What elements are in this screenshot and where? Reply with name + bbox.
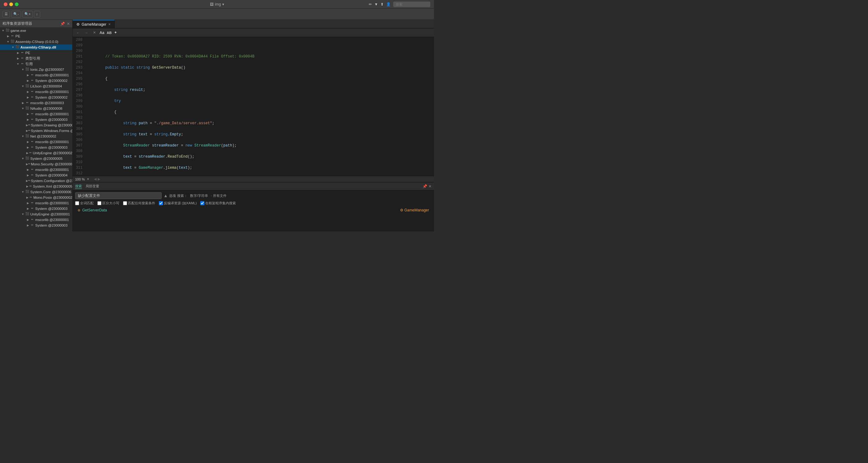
tab-close-button[interactable]: ✕ [108, 23, 111, 26]
checkbox-any-condition[interactable]: 匹配任何搜索条件 [123, 201, 155, 206]
sidebar-close-icon[interactable]: ✕ [67, 22, 70, 26]
bottom-panel-pin-icon[interactable]: 📌 [423, 184, 427, 189]
checkbox-full-word-input[interactable] [75, 201, 79, 205]
find-star-button[interactable]: ✦ [114, 31, 117, 35]
checkbox-any-condition-input[interactable] [123, 201, 127, 205]
result-file-name: ⚙ GameManager [400, 208, 429, 212]
tree-item-game-exe[interactable]: ▼ ⬛ game.exe [0, 28, 72, 33]
tree-item-unity2[interactable]: ▼ ⬛ UnityEngine @23000001 [0, 211, 72, 217]
tree-label: Mono.Security @23000003 [31, 162, 72, 166]
titlebar-search-input[interactable] [393, 2, 430, 7]
tree-item-type-refs[interactable]: ▶ ▪▪ 类型引用 [0, 56, 72, 61]
tree-item-naudio[interactable]: ▼ ⬛ NAudio @23000008 [0, 106, 72, 111]
tree-item-unity1[interactable]: ▶ ▪▪ UnityEngine @23000002 [0, 150, 72, 156]
tree-label: Net @23000002 [30, 134, 56, 138]
tree-item-dll[interactable]: ▼ ⬛ Assembly-CSharp.dll [0, 44, 72, 50]
find-aa-button[interactable]: Aa [99, 31, 104, 35]
checkbox-search-in-framework[interactable]: 在框架程序集内搜索 [200, 201, 236, 206]
type-refs-icon: ▪▪ [20, 56, 25, 61]
tree-label: 类型引用 [25, 56, 40, 61]
tree-item-mscore4[interactable]: ▶ ▪▪ mscorlib @23000001 [0, 111, 72, 117]
tab-gamemanager[interactable]: ⚙ GameManager ✕ [73, 20, 115, 28]
bottom-panel-close-icon[interactable]: ✕ [428, 184, 432, 189]
tree-item-monoposix[interactable]: ▶ ▪▪ Mono.Posix @23000002 [0, 195, 72, 200]
tree-item-mscore3[interactable]: ▶ ▪▪ mscorlib @23000003 [0, 100, 72, 106]
close-window-button[interactable] [4, 2, 7, 6]
export-button[interactable]: ↑ [34, 11, 40, 18]
checkbox-case-sensitive-input[interactable] [97, 201, 101, 205]
export-icon[interactable]: ⬆ [380, 2, 383, 6]
all-files-label: 所有文件 [213, 193, 226, 198]
tree-item-pe1[interactable]: ▶ ▪▪ PE [0, 33, 72, 39]
tree-item-sys4[interactable]: ▶ ▪▪ System @23000003 [0, 145, 72, 150]
find-prev-button[interactable]: ← [75, 31, 81, 35]
checkbox-case-sensitive[interactable]: 区分大小写 [97, 201, 119, 206]
tree-item-syswinforms[interactable]: ▶ ▪▪ System.Windows.Forms @23000002 [0, 128, 72, 133]
tree-item-sys8[interactable]: ▶ ▪▪ System @23000003 [0, 222, 72, 228]
zoom-in-button[interactable]: 🔍+ [22, 11, 33, 18]
sys5-icon: ⬛ [25, 156, 30, 161]
zoom-dropdown-button[interactable]: ▾ [86, 177, 90, 181]
code-editor[interactable]: 288 289 290 291 292 293 294 295 296 297 … [73, 37, 434, 182]
tree-item-net[interactable]: ▼ ⬛ Net @23000002 [0, 133, 72, 139]
tree-arrow: ▶ [26, 174, 30, 177]
checkbox-full-word[interactable]: 全词匹配 [75, 201, 94, 206]
tree-item-sys2[interactable]: ▶ ▪▪ System @23000002 [0, 95, 72, 100]
tree-arrow: ▶ [16, 51, 20, 54]
options-arrow-up[interactable]: ▲ [163, 193, 168, 198]
tree-item-sys3[interactable]: ▶ ▪▪ System @23000003 [0, 117, 72, 122]
tree-item-sysdraw[interactable]: ▶ ▪▪ System.Drawing @23000004 [0, 122, 72, 128]
checkbox-search-in-framework-input[interactable] [200, 201, 204, 205]
checkbox-decompile-resources-input[interactable] [159, 201, 163, 205]
tree-item-monosec[interactable]: ▶ ▪▪ Mono.Security @23000003 [0, 161, 72, 167]
menu-button[interactable]: ☰ [2, 11, 10, 18]
tree-item-mscore8[interactable]: ▶ ▪▪ mscorlib @23000001 [0, 217, 72, 222]
pe2-icon: ▪▪ [20, 51, 25, 55]
monoposix-icon: ▪▪ [29, 195, 33, 200]
maximize-window-button[interactable] [15, 2, 19, 6]
tree-item-syscfg[interactable]: ▶ ▪▪ System.Configuration @23000002 [0, 178, 72, 184]
tree-item-mscore7[interactable]: ▶ ▪▪ mscorlib @23000001 [0, 200, 72, 206]
tree-item-mscore5[interactable]: ▶ ▪▪ mscorlib @23000001 [0, 139, 72, 145]
bottom-tab-search[interactable]: 搜索 [75, 184, 82, 189]
search-main-input[interactable] [75, 192, 162, 199]
tree-item-refs[interactable]: ▼ ▪▪ 引用 [0, 61, 72, 67]
tree-item-litjson[interactable]: ▼ ⬛ LitJson @23000004 [0, 84, 72, 89]
scroll-indicator: ◀ [94, 177, 96, 181]
edit-icon[interactable]: ✏ [369, 2, 372, 6]
minimize-window-button[interactable] [9, 2, 13, 6]
zoom-out-button[interactable]: 🔍- [11, 11, 21, 18]
tree-item-mscore6[interactable]: ▶ ▪▪ mscorlib @23000001 [0, 167, 72, 173]
find-ab-button[interactable]: AB [106, 31, 112, 35]
tree-item-mscore1[interactable]: ▶ ▪▪ mscorlib @23000001 [0, 72, 72, 78]
mscore5-icon: ▪▪ [30, 140, 35, 144]
nav-down-icon[interactable]: ▼ [374, 2, 378, 6]
tree-label: System.Xml @23000005 [33, 185, 72, 188]
tree-item-pe2[interactable]: ▶ ▪▪ PE [0, 50, 72, 56]
checkbox-decompile-resources[interactable]: 反编译资源 (如XAML) [159, 201, 196, 206]
find-close-button[interactable]: ✕ [92, 30, 97, 35]
tree-label: System @23000003 [35, 223, 67, 227]
sidebar-pin-icon[interactable]: 📌 [60, 22, 65, 26]
search-result-item[interactable]: ⚙ GetServerData ⚙ GameManager [75, 207, 432, 213]
tree-label: Assembly-CSharp (0.0.0.0) [16, 40, 58, 43]
bottom-tab-locals[interactable]: 局部变量 [86, 184, 99, 189]
tree-arrow: ▶ [26, 168, 30, 171]
tree-item-sys5[interactable]: ▼ ⬛ System @23000005 [0, 156, 72, 161]
tree-item-assembly[interactable]: ▼ ⬛ Assembly-CSharp (0.0.0.0) [0, 39, 72, 44]
tree-item-sys7[interactable]: ▶ ▪▪ System @23000003 [0, 206, 72, 211]
search-type-button[interactable]: 数字/字符串 [189, 193, 210, 199]
find-next-button[interactable]: → [84, 31, 89, 35]
tree-arrow: ▶ [26, 96, 30, 99]
tree-arrow: ▶ [26, 162, 28, 166]
tree-label: mscorlib @23000001 [35, 73, 69, 77]
tree-item-sys6[interactable]: ▶ ▪▪ System @23000004 [0, 173, 72, 178]
exe-icon: ⬛ [5, 28, 10, 33]
tree-item-ionic[interactable]: ▼ ⬛ Ionic.Zip @23000007 [0, 67, 72, 72]
user-icon[interactable]: 👤 [386, 2, 391, 6]
tree-item-mscore2[interactable]: ▶ ▪▪ mscorlib @23000001 [0, 89, 72, 95]
tree-item-sys1[interactable]: ▶ ▪▪ System @23000002 [0, 78, 72, 84]
tree-item-syscore[interactable]: ▼ ⬛ System.Core @23000006 [0, 189, 72, 195]
code-content[interactable]: 288 289 290 291 292 293 294 295 296 297 … [73, 37, 434, 176]
tree-item-sysxml[interactable]: ▶ ▪▪ System.Xml @23000005 [0, 184, 72, 189]
